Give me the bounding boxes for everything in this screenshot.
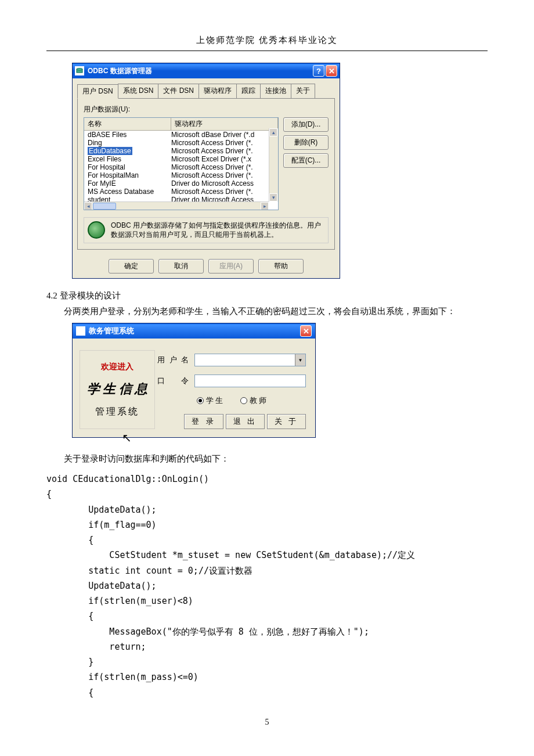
scroll-thumb[interactable]: [93, 203, 116, 210]
help-button[interactable]: ?: [313, 65, 324, 77]
cursor-icon: ↖: [122, 431, 534, 445]
close-button[interactable]: ✕: [326, 65, 337, 77]
list-item[interactable]: dBASE FilesMicrosoft dBase Driver (*.d: [84, 131, 278, 139]
apply-button: 应用(A): [208, 259, 254, 273]
tab-about[interactable]: 关于: [291, 84, 315, 98]
tab-user-dsn[interactable]: 用户 DSN: [77, 84, 118, 99]
dsn-list-label: 用户数据源(U):: [84, 105, 329, 114]
svg-point-1: [77, 69, 82, 70]
col-driver[interactable]: 驱动程序: [171, 118, 278, 130]
code-block: void CEducationalDlg::OnLogin() { Update…: [46, 471, 488, 700]
tab-strip: 用户 DSN 系统 DSN 文件 DSN 驱动程序 跟踪 连接池 关于: [77, 84, 335, 99]
list-item[interactable]: EduDatabaseMicrosoft Access Driver (*.: [84, 147, 278, 155]
list-item[interactable]: Excel FilesMicrosoft Excel Driver (*.x: [84, 155, 278, 163]
username-label: 用户名: [157, 355, 190, 365]
col-name[interactable]: 名称: [84, 118, 171, 130]
section-4-2-title: 4.2 登录模块的设计: [46, 290, 488, 301]
scroll-right-icon[interactable]: ▸: [261, 202, 269, 210]
odbc-icon: [75, 66, 84, 75]
add-button[interactable]: 添加(D)...: [283, 117, 329, 132]
radio-icon: [240, 397, 247, 404]
student-info-text: 学 生 信 息: [87, 380, 148, 398]
tab-pool[interactable]: 连接池: [260, 84, 291, 98]
system-text: 管理系统: [95, 406, 139, 418]
login-titlebar[interactable]: 教务管理系统 ✕: [73, 323, 315, 339]
dsn-list[interactable]: 名称 驱动程序 dBASE FilesMicrosoft dBase Drive…: [84, 117, 279, 210]
login-banner: 欢迎进入 学 生 信 息 管理系统: [80, 350, 155, 429]
configure-button[interactable]: 配置(C)...: [283, 153, 329, 168]
list-item[interactable]: For MyIEDriver do Microsoft Access: [84, 179, 278, 188]
tab-trace[interactable]: 跟踪: [236, 84, 261, 98]
cancel-button[interactable]: 取消: [158, 259, 204, 273]
scroll-up-icon[interactable]: ▴: [269, 128, 277, 136]
password-label: 口 令: [157, 376, 190, 386]
page-number: 5: [46, 718, 488, 727]
chevron-down-icon[interactable]: ▼: [295, 354, 305, 366]
close-button[interactable]: ✕: [300, 325, 312, 337]
teacher-radio-label: 教 师: [250, 395, 266, 406]
radio-icon: [197, 397, 204, 404]
list-item[interactable]: For HospitalManMicrosoft Access Driver (…: [84, 171, 278, 179]
username-combo[interactable]: ▼: [194, 354, 306, 366]
password-input[interactable]: [194, 375, 306, 387]
login-button[interactable]: 登 录: [184, 414, 223, 429]
scroll-left-icon[interactable]: ◂: [84, 202, 92, 210]
horizontal-scrollbar[interactable]: ◂ ▸: [84, 201, 269, 210]
list-item[interactable]: MS Access DatabaseMicrosoft Access Drive…: [84, 188, 278, 196]
header-rule: [46, 51, 488, 51]
delete-button[interactable]: 删除(R): [283, 135, 329, 150]
info-panel: ODBC 用户数据源存储了如何与指定数据提供程序连接的信息。用户数据源只对当前用…: [84, 217, 329, 243]
tab-drivers[interactable]: 驱动程序: [199, 84, 237, 98]
info-text: ODBC 用户数据源存储了如何与指定数据提供程序连接的信息。用户数据源只对当前用…: [111, 221, 324, 239]
student-radio[interactable]: 学 生: [197, 395, 223, 406]
help-button[interactable]: 帮助: [258, 259, 304, 273]
tab-file-dsn[interactable]: 文件 DSN: [158, 84, 199, 98]
list-item[interactable]: For HospitalMicrosoft Access Driver (*.: [84, 163, 278, 171]
odbc-dialog: ODBC 数据源管理器 ? ✕ 用户 DSN 系统 DSN 文件 DSN 驱动程…: [72, 63, 340, 279]
welcome-text: 欢迎进入: [101, 362, 134, 372]
odbc-titlebar[interactable]: ODBC 数据源管理器 ? ✕: [73, 63, 340, 78]
section-4-2-para: 分两类用户登录，分别为老师和学生，当输入不正确的密码超过三次，将会自动退出系统，…: [46, 304, 488, 318]
tab-system-dsn[interactable]: 系统 DSN: [118, 84, 159, 98]
login-title: 教务管理系统: [89, 326, 134, 336]
teacher-radio[interactable]: 教 师: [240, 395, 266, 406]
document-header: 上饶师范学院 优秀本科毕业论文: [46, 35, 488, 46]
database-icon: [88, 221, 105, 239]
scroll-down-icon[interactable]: ▾: [269, 193, 277, 201]
app-icon: [76, 326, 85, 336]
student-radio-label: 学 生: [206, 395, 223, 406]
login-dialog: 教务管理系统 ✕ 欢迎进入 学 生 信 息 管理系统 用户名 ▼ 口 令: [72, 323, 316, 438]
ok-button[interactable]: 确定: [109, 259, 154, 273]
odbc-title: ODBC 数据源管理器: [88, 66, 152, 76]
vertical-scrollbar[interactable]: ▴ ▾: [269, 128, 278, 201]
code-intro: 关于登录时访问数据库和判断的代码如下：: [46, 452, 488, 466]
about-button[interactable]: 关 于: [267, 414, 306, 429]
list-item[interactable]: DingMicrosoft Access Driver (*.: [84, 139, 278, 147]
exit-button[interactable]: 退 出: [226, 414, 265, 429]
